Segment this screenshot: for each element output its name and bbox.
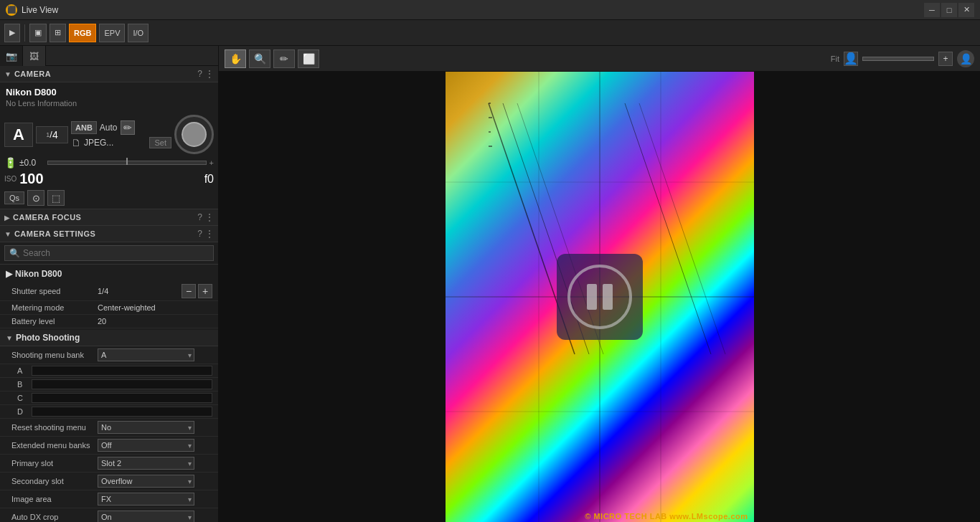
nikon-group-label: Nikon D800 [15,269,62,279]
pause-bar-left [587,284,597,310]
auto-dx-crop-select[interactable]: On Off [98,511,194,522]
aperture-display[interactable]: A [4,123,33,147]
rgb-button[interactable]: RGB [69,24,96,42]
play-button[interactable]: ▶ [4,24,20,42]
exposure-tick [126,158,128,165]
metering-mode-label: Metering mode [11,303,98,312]
metering-mode-value: Center-weighted [98,303,212,312]
settings-help-icon[interactable]: ? [197,229,202,239]
primary-slot-select[interactable]: Slot 1 Slot 2 [98,457,194,470]
focus-menu-icon[interactable]: ⋮ [205,212,214,222]
camera-settings-section: ▼ CAMERA SETTINGS ? ⋮ 🔍 ▶ [0,226,218,522]
pencil-tool-button[interactable]: ✏ [273,49,295,68]
photo-shooting-header[interactable]: ▼ Photo Shooting [0,330,218,346]
bank-c-row: C [0,392,218,405]
camera-help-icon[interactable]: ? [197,69,202,79]
extended-menu-banks-select[interactable]: Off On [98,439,194,452]
close-button[interactable]: ✕ [958,3,974,17]
qs-button[interactable]: Qs [4,191,24,204]
primary-slot-select-wrapper: Slot 1 Slot 2 [98,457,194,470]
bracket-button[interactable]: ⬚ [47,190,65,206]
format-value: JPEG... [84,138,146,148]
camera-lens: No Lens Information [6,99,212,108]
tab-camera[interactable]: 📷 [0,46,23,66]
settings-section-title: CAMERA SETTINGS [14,229,197,238]
reset-shooting-menu-select[interactable]: No Yes [98,421,194,434]
battery-level-label: Battery level [11,317,98,326]
camera-focus-header[interactable]: ▶ CAMERA FOCUS ? ⋮ [0,209,218,226]
format-row: 🗋 JPEG... Set [71,137,171,148]
zoom-slider[interactable] [862,57,934,61]
secondary-slot-select[interactable]: Overflow Mirror RAW Slot 1 JPEG Slot 2 [98,475,194,488]
bank-a-row: A [0,364,218,378]
maximize-button[interactable]: □ [941,3,957,17]
bank-a-label: A [17,366,32,375]
camera-collapse-arrow: ▼ [4,70,11,78]
exposure-slider[interactable] [47,161,207,165]
search-icon: 🔍 [9,248,20,258]
user-avatar[interactable]: 👤 [957,50,974,67]
controls-row1: A 1/4 ANB Auto ✏ 🗋 JPEG... Set [4,115,214,154]
camera-menu-icon[interactable]: ⋮ [205,69,214,79]
bank-a-bar [32,366,212,376]
primary-slot-label: Primary slot [11,459,98,468]
epv-button[interactable]: EPV [99,24,125,42]
exposure-plus: + [209,158,214,167]
camera-name: Nikon D800 [6,87,212,98]
shooting-menu-bank-select[interactable]: A B C D [98,348,194,361]
overlay-tool-button[interactable]: ⬜ [298,49,319,68]
zoom-in-button[interactable]: + [938,52,953,66]
secondary-slot-row: Secondary slot Overflow Mirror RAW Slot … [0,473,218,490]
settings-scroll-area: ▶ Nikon D800 Shutter speed 1/4 − + [0,265,218,522]
camera-section-header[interactable]: ▼ CAMERA ? ⋮ [0,66,218,82]
nikon-d800-group: ▶ Nikon D800 Shutter speed 1/4 − + [0,265,218,330]
image-area-select[interactable]: FX DX 1.2x [98,493,194,506]
primary-slot-row: Primary slot Slot 1 Slot 2 [0,455,218,473]
bank-d-row: D [0,405,218,419]
settings-menu-icon[interactable]: ⋮ [205,229,214,239]
wb-picker-button[interactable]: ✏ [121,120,135,135]
reset-shooting-menu-label: Reset shooting menu [11,423,98,432]
settings-section-header[interactable]: ▼ CAMERA SETTINGS ? ⋮ [0,226,218,242]
dial-container [174,115,214,154]
bank-b-row: B [0,378,218,392]
bank-b-bar [32,379,212,389]
ae-lock-button[interactable]: ⊙ [27,190,44,206]
image-canvas: © MICRO TECH LAB www.LMscope.com [219,72,980,522]
pause-overlay[interactable] [557,254,643,340]
io-button[interactable]: I/O [128,24,149,42]
video-button[interactable]: ▣ [29,24,47,42]
shutter-speed-controls: − + [182,284,212,298]
zoom-tool-button[interactable]: 🔍 [249,49,270,68]
shutter-dial[interactable] [174,115,214,154]
wb-format-controls: ANB Auto ✏ 🗋 JPEG... Set [71,120,171,148]
auto-dx-crop-row: Auto DX crop On Off [0,508,218,522]
search-bar: 🔍 [0,242,218,265]
shooting-menu-bank-row: Shooting menu bank A B C D [0,346,218,364]
image-area-row: Image area FX DX 1.2x [0,490,218,508]
camera-header-icons: ? ⋮ [197,69,214,79]
set-button[interactable]: Set [149,137,171,148]
photo-shooting-arrow: ▼ [6,334,13,342]
view-toolbar: ✋ 🔍 ✏ ⬜ Fit 👤 + 👤 [219,46,980,72]
pause-bars [587,284,613,310]
watermark: © MICRO TECH LAB www.LMscope.com [585,512,748,521]
pause-circle [567,265,632,329]
shutter-increase-button[interactable]: + [198,284,212,298]
grid-button[interactable]: ⊞ [50,24,66,42]
shutter-display: 1/4 [36,126,68,143]
main-view: ✋ 🔍 ✏ ⬜ Fit 👤 + 👤 [219,46,980,522]
zoom-out-button[interactable]: 👤 [844,52,858,66]
minimize-button[interactable]: ─ [924,3,940,17]
tab-image[interactable]: 🖼 [23,46,46,66]
format-icon: 🗋 [71,137,81,148]
nikon-d800-header[interactable]: ▶ Nikon D800 [0,266,218,282]
shutter-decrease-button[interactable]: − [182,284,196,298]
hand-tool-button[interactable]: ✋ [225,49,246,68]
auto-dx-crop-label: Auto DX crop [11,513,98,521]
focus-header-icons: ? ⋮ [197,212,214,222]
focus-help-icon[interactable]: ? [197,212,202,222]
search-input[interactable] [23,248,209,258]
dial-inner [182,122,207,147]
nikon-group-arrow: ▶ [6,269,12,279]
